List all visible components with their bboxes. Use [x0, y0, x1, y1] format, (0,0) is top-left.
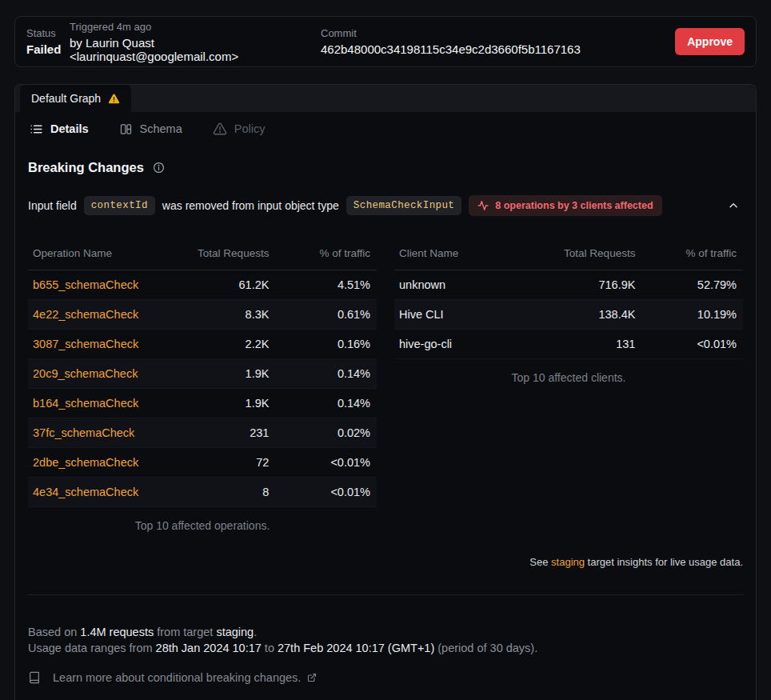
column-client-name: Client Name [399, 247, 557, 259]
operation-row: 20c9_schemaCheck 1.9K 0.14% [28, 359, 377, 389]
operation-requests: 8.3K [191, 308, 269, 321]
operation-requests: 1.9K [191, 397, 269, 410]
triggered-by-value: by Laurin Quast <laurinquast@googlemail.… [70, 36, 321, 63]
tab-policy[interactable]: Policy [213, 122, 266, 136]
tab-schema[interactable]: Schema [119, 122, 182, 136]
usage-footer: Based on 1.4M requests from target stagi… [28, 624, 743, 686]
operation-link[interactable]: 37fc_schemaCheck [33, 426, 134, 439]
operation-row: 4e34_schemaCheck 8 <0.01% [28, 478, 377, 507]
breaking-changes-heading: Breaking Changes [28, 160, 743, 175]
schema-columns-icon [119, 122, 133, 136]
operations-table-header: Operation Name Total Requests % of traff… [28, 239, 377, 270]
request-count: 1.4M requests [80, 626, 154, 638]
footer-divider [28, 594, 743, 595]
operations-table-caption: Top 10 affected operations. [28, 519, 377, 532]
footer-text: from target [154, 626, 216, 638]
tab-default-graph[interactable]: Default Graph [20, 85, 131, 112]
operation-row: 2dbe_schemaCheck 72 <0.01% [28, 448, 377, 478]
operation-traffic: <0.01% [269, 456, 370, 469]
footer-text: Usage data ranges from [28, 642, 156, 654]
client-row: Hive CLI 138.4K 10.19% [394, 300, 743, 330]
footer-line-range: Usage data ranges from 28th Jan 2024 10:… [28, 640, 743, 656]
client-requests: 716.9K [557, 278, 635, 291]
footer-text: to [262, 642, 278, 654]
clients-table-caption: Top 10 affected clients. [394, 371, 743, 384]
pulse-icon [477, 200, 489, 211]
range-end-date: 27th Feb 2024 10:17 (GMT+1) [278, 642, 434, 654]
affected-badge-label: 8 operations by 3 clients affected [495, 200, 653, 211]
client-traffic: <0.01% [635, 338, 737, 350]
range-start-date: 28th Jan 2024 10:17 [156, 642, 262, 654]
target-name: staging [216, 626, 254, 638]
client-traffic: 52.79% [635, 278, 737, 291]
tab-details-label: Details [50, 122, 89, 135]
footer-text: (period of 30 days). [434, 642, 537, 654]
operation-requests: 2.2K [191, 338, 269, 350]
operation-traffic: 0.16% [269, 338, 370, 350]
status-label: Status [26, 27, 70, 39]
operations-table-body: b655_schemaCheck 61.2K 4.51% 4e22_schema… [28, 270, 377, 507]
operation-traffic: 0.61% [269, 308, 370, 321]
operation-link[interactable]: 4e22_schemaCheck [33, 308, 138, 321]
clients-table-header: Client Name Total Requests % of traffic [394, 239, 743, 270]
operation-requests: 231 [191, 426, 269, 439]
footer-text: Based on [28, 626, 80, 638]
insights-note: See staging target insights for live usa… [28, 556, 743, 568]
client-name: hive-go-cli [399, 338, 557, 350]
operation-row: 3087_schemaCheck 2.2K 0.16% [28, 330, 377, 359]
check-summary-card: Status Failed Triggered 4m ago by Laurin… [14, 16, 757, 67]
list-icon [30, 122, 43, 136]
commit-column: Commit 462b48000c34198115c34e9c2d3660f5b… [321, 27, 675, 56]
graph-tab-strip: Default Graph [15, 85, 756, 112]
learn-more-link[interactable]: Learn more about conditional breaking ch… [53, 670, 317, 686]
check-nav-tabs: Details Schema Policy [15, 112, 756, 146]
info-icon[interactable] [153, 162, 165, 174]
client-name: Hive CLI [399, 308, 557, 321]
tab-details[interactable]: Details [30, 122, 89, 136]
affected-operations-badge[interactable]: 8 operations by 3 clients affected [469, 195, 661, 216]
client-name: unknown [399, 278, 557, 291]
client-row: unknown 716.9K 52.79% [394, 270, 743, 300]
operation-link[interactable]: 20c9_schemaCheck [33, 367, 138, 380]
operation-traffic: 4.51% [269, 278, 370, 291]
column-traffic: % of traffic [269, 247, 370, 259]
triggered-column: Triggered 4m ago by Laurin Quast <laurin… [70, 21, 321, 63]
operation-link[interactable]: 4e34_schemaCheck [33, 486, 138, 498]
type-code-pill: SchemaCheckInput [346, 196, 461, 215]
book-icon [28, 671, 41, 684]
operation-traffic: 0.14% [269, 397, 370, 410]
column-operation-name: Operation Name [33, 247, 191, 259]
operation-link[interactable]: 2dbe_schemaCheck [33, 456, 138, 469]
operation-requests: 61.2K [191, 278, 269, 291]
column-traffic: % of traffic [635, 247, 737, 259]
operation-link[interactable]: b655_schemaCheck [33, 278, 138, 291]
commit-label: Commit [321, 27, 675, 39]
change-prefix: Input field [28, 199, 77, 212]
operation-requests: 8 [191, 486, 269, 498]
operation-row: 37fc_schemaCheck 231 0.02% [28, 418, 377, 448]
footer-line-requests: Based on 1.4M requests from target stagi… [28, 624, 743, 640]
collapse-chevron-up-icon[interactable] [724, 196, 743, 215]
client-traffic: 10.19% [635, 308, 737, 321]
staging-target-link[interactable]: staging [551, 556, 585, 568]
column-total-requests: Total Requests [191, 247, 269, 259]
operation-link[interactable]: 3087_schemaCheck [33, 338, 138, 350]
insights-note-prefix: See [529, 556, 551, 568]
breaking-change-row[interactable]: Input field contextId was removed from i… [28, 195, 743, 216]
operation-row: 4e22_schemaCheck 8.3K 0.61% [28, 300, 377, 330]
column-total-requests: Total Requests [557, 247, 635, 259]
operations-table: Operation Name Total Requests % of traff… [28, 239, 377, 532]
breaking-changes-title: Breaking Changes [28, 160, 144, 175]
clients-table-body: unknown 716.9K 52.79% Hive CLI 138.4K 10… [394, 270, 743, 359]
client-row: hive-go-cli 131 <0.01% [394, 330, 743, 359]
operation-row: b655_schemaCheck 61.2K 4.51% [28, 270, 377, 300]
status-column: Status Failed [26, 27, 70, 56]
operation-link[interactable]: b164_schemaCheck [33, 397, 138, 410]
graph-tab-label: Default Graph [31, 92, 101, 105]
footer-text: . [254, 626, 257, 638]
learn-more-row: Learn more about conditional breaking ch… [28, 670, 743, 686]
approve-button[interactable]: Approve [675, 28, 745, 55]
warning-triangle-icon [108, 93, 120, 105]
change-middle: was removed from input object type [162, 199, 339, 212]
operation-row: b164_schemaCheck 1.9K 0.14% [28, 389, 377, 418]
